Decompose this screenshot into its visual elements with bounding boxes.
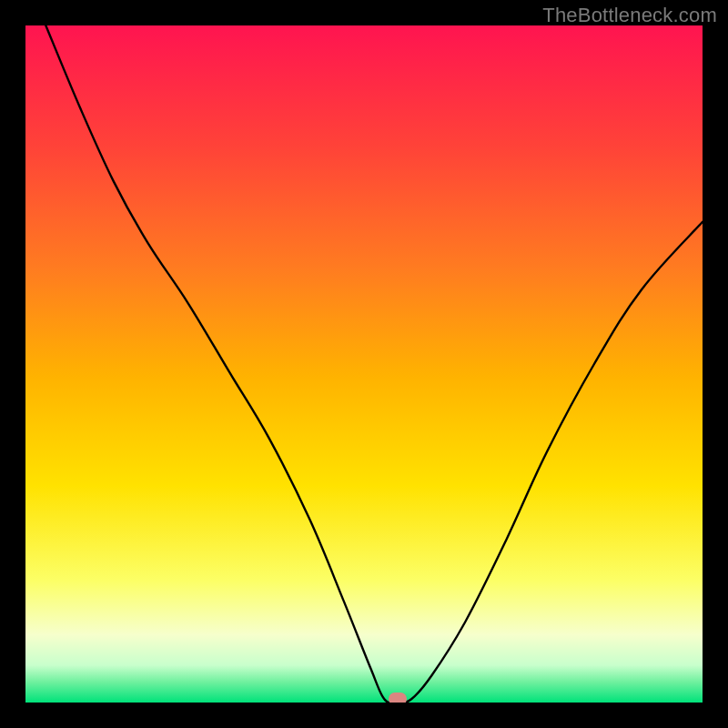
gradient-background xyxy=(25,25,703,703)
plot-svg xyxy=(25,25,703,703)
attribution-text: TheBottleneck.com xyxy=(542,4,717,27)
plot-area xyxy=(25,25,703,703)
chart-frame: TheBottleneck.com xyxy=(0,0,728,728)
minimum-marker xyxy=(389,693,407,703)
